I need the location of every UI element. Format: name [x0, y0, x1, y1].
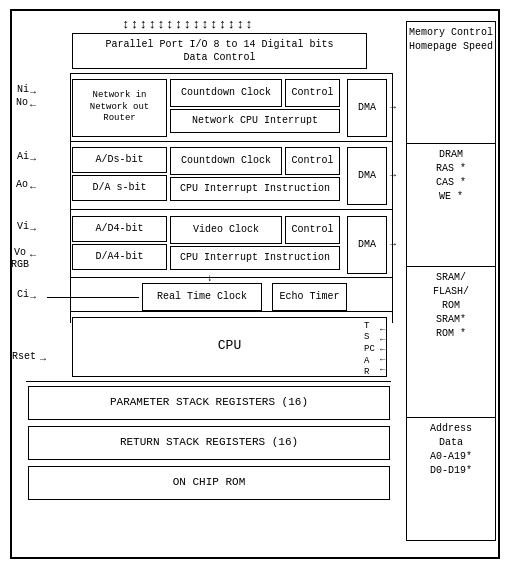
dma3-right-arrow: →	[390, 239, 396, 250]
sram-section: SRAM/FLASH/ROMSRAM*ROM *	[407, 267, 495, 418]
main-diagram: ↕↕↕↕↕↕↕↕↕↕↕↕↕↕↕ Parallel Port I/O 8 to 1…	[10, 9, 500, 559]
ao-label: Ao	[16, 179, 28, 190]
down-arrow-mid: ↓	[207, 273, 213, 284]
video-clock-box: Video Clock	[170, 216, 282, 244]
network-in-label: Network in	[90, 90, 149, 102]
control-2-label: Control	[291, 154, 333, 167]
da-8bit-label: D/A s-bit	[92, 181, 146, 194]
memory-control-section: Memory Control Homepage Speed	[407, 22, 495, 145]
ai-label: Ai	[17, 151, 29, 162]
hline-row3	[70, 277, 393, 278]
control-1-label: Control	[291, 86, 333, 99]
vo-arrow: ←	[30, 250, 36, 261]
top-arrows: ↕↕↕↕↕↕↕↕↕↕↕↕↕↕↕	[122, 17, 254, 32]
top-inner-hline	[70, 73, 393, 74]
countdown-clock-2-box: Countdown Clock	[170, 147, 282, 175]
hline-row2	[70, 209, 393, 210]
ad-8bit-label: A/Ds-bit	[95, 153, 143, 166]
video-clock-label: Video Clock	[193, 223, 259, 236]
memory-control-label: Memory Control Homepage Speed	[409, 27, 493, 52]
dma1-right-arrow: →	[390, 102, 396, 113]
countdown-clock-1-box: Countdown Clock	[170, 79, 282, 107]
return-stack-label: RETURN STACK REGISTERS (16)	[120, 435, 298, 449]
ni-label: Ni	[17, 84, 29, 95]
ad-4bit-box: A/D4-bit	[72, 216, 167, 242]
ci-label: Ci	[17, 289, 29, 300]
ai-arrow: →	[30, 154, 36, 165]
vi-arrow: →	[30, 224, 36, 235]
dram-label: DRAMRAS *CAS *WE *	[436, 149, 466, 202]
cpu-interrupt-1-box: CPU Interrupt Instruction	[170, 177, 340, 201]
countdown-clock-1-label: Countdown Clock	[181, 86, 271, 99]
vo-label: Vo	[14, 247, 26, 258]
echo-timer-label: Echo Timer	[279, 290, 339, 303]
cpu-interrupt-2-label: CPU Interrupt Instruction	[180, 251, 330, 264]
dram-section: DRAMRAS *CAS *WE *	[407, 144, 495, 267]
control-2-box: Control	[285, 147, 340, 175]
cpu-interrupt-1-label: CPU Interrupt Instruction	[180, 182, 330, 195]
dma-1-label: DMA	[358, 101, 376, 114]
control-3-box: Control	[285, 216, 340, 244]
parallel-port-box: Parallel Port I/O 8 to 14 Digital bits D…	[72, 33, 367, 69]
network-box: Network in Network out Router	[72, 79, 167, 137]
da-4bit-box: D/A4-bit	[72, 244, 167, 270]
dma-1-box: DMA	[347, 79, 387, 137]
left-inner-vline	[70, 73, 71, 323]
ci-line	[47, 297, 139, 298]
parallel-port-label: Parallel Port I/O 8 to 14 Digital bits	[105, 38, 333, 51]
da-4bit-label: D/A4-bit	[95, 250, 143, 263]
flag-arrows: ←←←←←	[380, 325, 385, 375]
dma-3-label: DMA	[358, 238, 376, 251]
ad-8bit-box: A/Ds-bit	[72, 147, 167, 173]
parallel-port-sublabel: Data Control	[105, 51, 333, 64]
real-time-clock-box: Real Time Clock	[142, 283, 262, 311]
sram-label: SRAM/FLASH/ROMSRAM*ROM *	[433, 272, 469, 339]
hline-row4	[70, 311, 393, 312]
cpu-flags: TSPCAR	[364, 321, 375, 379]
real-time-clock-label: Real Time Clock	[157, 290, 247, 303]
right-inner-vline	[392, 73, 393, 323]
ci-arrow: →	[30, 292, 36, 303]
return-stack-box: RETURN STACK REGISTERS (16)	[28, 426, 390, 460]
da-8bit-box: D/A s-bit	[72, 175, 167, 201]
parameter-stack-box: PARAMETER STACK REGISTERS (16)	[28, 386, 390, 420]
cpu-label: CPU	[218, 338, 241, 355]
dma-3-box: DMA	[347, 216, 387, 274]
rset-label: Rset	[12, 351, 36, 362]
network-router-label: Router	[90, 113, 149, 125]
echo-timer-box: Echo Timer	[272, 283, 347, 311]
rgb-label: RGB	[11, 259, 29, 270]
ad-4bit-label: A/D4-bit	[95, 222, 143, 235]
control-3-label: Control	[291, 223, 333, 236]
address-label: AddressDataA0-A19*D0-D19*	[430, 423, 472, 476]
hline-row1	[70, 141, 393, 142]
dma-2-box: DMA	[347, 147, 387, 205]
cpu-box: CPU	[72, 317, 387, 377]
ao-arrow: ←	[30, 182, 36, 193]
network-out-label: Network out	[90, 102, 149, 114]
network-cpu-interrupt-label: Network CPU Interrupt	[192, 114, 318, 127]
network-cpu-interrupt-box: Network CPU Interrupt	[170, 109, 340, 133]
vi-label: Vi	[17, 221, 29, 232]
on-chip-rom-label: ON CHIP ROM	[173, 475, 246, 489]
ni-arrow: →	[30, 87, 36, 98]
cpu-interrupt-2-box: CPU Interrupt Instruction	[170, 246, 340, 270]
hline-cpu-bottom	[26, 381, 391, 382]
on-chip-rom-box: ON CHIP ROM	[28, 466, 390, 500]
address-section: AddressDataA0-A19*D0-D19*	[407, 418, 495, 540]
rset-arrow: →	[40, 354, 46, 365]
control-1-box: Control	[285, 79, 340, 107]
parameter-stack-label: PARAMETER STACK REGISTERS (16)	[110, 395, 308, 409]
countdown-clock-2-label: Countdown Clock	[181, 154, 271, 167]
no-label: No	[16, 97, 28, 108]
dma2-right-arrow: →	[390, 170, 396, 181]
no-arrow: ←	[30, 100, 36, 111]
right-panel: Memory Control Homepage Speed DRAMRAS *C…	[406, 21, 496, 541]
dma-2-label: DMA	[358, 169, 376, 182]
